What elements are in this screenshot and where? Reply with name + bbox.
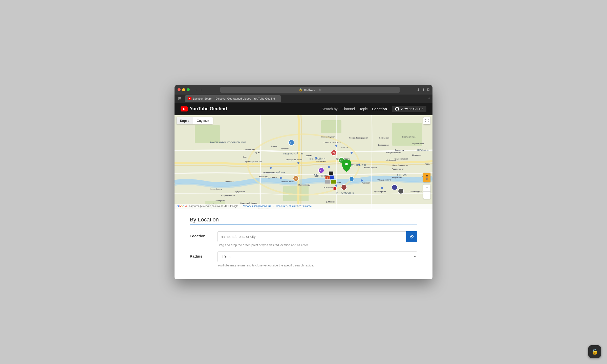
svg-text:Электрозаводская: Электрозаводская	[386, 152, 401, 154]
svg-text:Шоссе Энтузиастов: Шоссе Энтузиастов	[392, 164, 408, 166]
map-zoom-controls: + −	[423, 185, 430, 199]
nav-channel[interactable]: Channel	[340, 106, 356, 112]
fullscreen-button[interactable]	[187, 88, 190, 91]
radius-select[interactable]: 1km 5km 10km 25km 50km 100km	[218, 252, 417, 262]
svg-point-23	[280, 177, 282, 179]
svg-point-17	[335, 145, 337, 147]
svg-text:Маяковская: Маяковская	[316, 161, 326, 162]
traffic-lights	[178, 88, 190, 91]
window-icon[interactable]: ⧉	[427, 87, 429, 92]
map-attribution: Google Картографические данные © 2020 Go…	[175, 204, 432, 209]
locate-button[interactable]	[406, 231, 417, 242]
svg-text:Сокольники: Сокольники	[395, 149, 404, 151]
svg-text:Москва Ленинградская: Москва Ленинградская	[349, 137, 368, 139]
svg-text:Аэропорт: Аэропорт	[281, 148, 289, 150]
svg-text:Киевский вокзал: Киевский вокзал	[281, 181, 294, 183]
map-view-satellite-button[interactable]: Спутник	[193, 117, 213, 124]
map-separator: ·	[240, 205, 241, 208]
svg-text:Бауманская: Бауманская	[379, 137, 389, 139]
radius-label: Radius	[190, 252, 212, 258]
svg-text:Р-Н ИЗМАЙ...: Р-Н ИЗМАЙ...	[415, 148, 429, 151]
address-bar[interactable]: 🔒 mattw.io ↻	[220, 87, 400, 93]
svg-rect-104	[333, 187, 336, 190]
svg-text:Смоленская: Смоленская	[258, 176, 268, 177]
new-tab-button[interactable]: +	[428, 96, 430, 101]
download-icon[interactable]: ⬇	[417, 88, 420, 92]
content-area: By Location Location Drag and drop the g…	[175, 209, 432, 279]
lock-badge[interactable]: 🔒	[588, 345, 601, 358]
svg-text:Пролетарская: Пролетарская	[374, 191, 386, 193]
section-divider	[190, 224, 417, 225]
map-zoom-in-button[interactable]: +	[423, 185, 430, 192]
svg-rect-3	[392, 123, 422, 146]
svg-text:—: —	[330, 172, 332, 175]
svg-text:Авиамоторная: Авиамоторная	[392, 168, 404, 170]
radius-row: Radius 1km 5km 10km 25km 50km 100km YouT…	[190, 252, 417, 267]
back-button[interactable]: ‹	[194, 87, 198, 92]
lock-icon: 🔒	[299, 88, 302, 92]
svg-text:Достоевская: Достоевская	[378, 144, 388, 146]
location-input[interactable]	[218, 231, 406, 242]
minimize-button[interactable]	[182, 88, 185, 91]
nav-location[interactable]: Location	[371, 106, 388, 112]
svg-point-21	[328, 166, 330, 168]
map-pegman[interactable]: 🧍	[423, 173, 430, 182]
github-label: View on GitHub	[401, 107, 423, 111]
svg-rect-95	[331, 180, 336, 184]
svg-text:Новослободская: Новослободская	[321, 136, 335, 138]
svg-text:Лефортово: Лефортово	[386, 159, 396, 161]
map-background: РАЙОН ХОРОШЕВО-МНЕВНИКИ МЕЩАНСКИЙ Р-Н ТВ…	[175, 115, 432, 209]
svg-text:Площадь Ильича: Площадь Ильича	[377, 179, 391, 181]
svg-text:Деловой центр: Деловой центр	[210, 188, 222, 190]
map-container[interactable]: РАЙОН ХОРОШЕВО-МНЕВНИКИ МЕЩАНСКИЙ Р-Н ТВ…	[175, 115, 432, 209]
svg-point-103	[349, 177, 354, 181]
svg-text:Рижская: Рижская	[341, 147, 349, 148]
map-fullscreen-button[interactable]: ⛶	[423, 117, 430, 124]
map-view-toggle: Карта Спутник	[177, 117, 213, 124]
svg-text:Беговая: Беговая	[271, 145, 277, 147]
brand-icon	[181, 106, 188, 111]
svg-rect-93	[330, 175, 334, 179]
section-title: By Location	[190, 216, 417, 223]
svg-text:Таганская: Таганская	[362, 182, 370, 184]
github-button[interactable]: View on GitHub	[392, 106, 426, 112]
svg-text:E: E	[327, 177, 328, 179]
github-icon	[395, 107, 399, 111]
svg-text:Багратионовская: Багратионовская	[221, 195, 235, 197]
svg-text:Кутузовская: Кутузовская	[235, 191, 245, 193]
share-icon[interactable]: ⬆	[422, 88, 425, 92]
radius-hint: YouTube may return results close yet out…	[218, 264, 417, 267]
tab-grid-button[interactable]: ⊞	[177, 96, 183, 101]
tab-title: Location Search - Discover Geo-tagged Vi…	[193, 97, 275, 100]
svg-point-105	[411, 236, 413, 237]
svg-rect-2	[321, 120, 341, 133]
tab-bar: ⊞ ▶ Location Search - Discover Geo-tagge…	[175, 95, 432, 103]
svg-point-24	[335, 185, 337, 187]
map-view-map-button[interactable]: Карта	[177, 117, 193, 124]
svg-point-18	[351, 152, 353, 154]
map-separator2: ·	[273, 205, 274, 208]
map-report-link[interactable]: Сообщить об ошибке на карте	[276, 205, 312, 208]
map-zoom-out-button[interactable]: −	[423, 192, 430, 199]
url-text: mattw.io	[304, 88, 315, 92]
svg-text:Краснопресненская: Краснопресненская	[245, 161, 262, 163]
header-nav: Search by: Channel Topic Location View o…	[322, 106, 426, 112]
toolbar-right: ⬇ ⬆ ⧉	[417, 87, 429, 92]
svg-rect-94	[325, 180, 331, 184]
svg-text:Пионерская: Пионерская	[215, 200, 225, 202]
svg-text:Зорге: Зорге	[243, 156, 247, 158]
google-logo: Google	[177, 204, 187, 208]
location-input-group	[218, 231, 417, 242]
close-button[interactable]	[178, 88, 181, 91]
svg-text:YT: YT	[320, 169, 323, 172]
svg-text:Р-Н ХАМОВНИК: Р-Н ХАМОВНИК	[336, 192, 354, 194]
location-field: Drag and drop the green point or type de…	[218, 231, 417, 247]
svg-point-22	[358, 164, 360, 166]
svg-point-19	[315, 157, 317, 159]
nav-topic[interactable]: Topic	[358, 106, 369, 112]
active-tab[interactable]: ▶ Location Search - Discover Geo-tagged …	[185, 95, 281, 102]
map-terms-link[interactable]: Условия использования	[243, 205, 271, 208]
svg-text:Р-Н НОВ...: Р-Н НОВ...	[397, 174, 408, 176]
forward-button[interactable]: ›	[199, 87, 203, 92]
title-bar: ‹ › 🔒 mattw.io ↻ ⬇ ⬆ ⧉	[175, 85, 432, 95]
